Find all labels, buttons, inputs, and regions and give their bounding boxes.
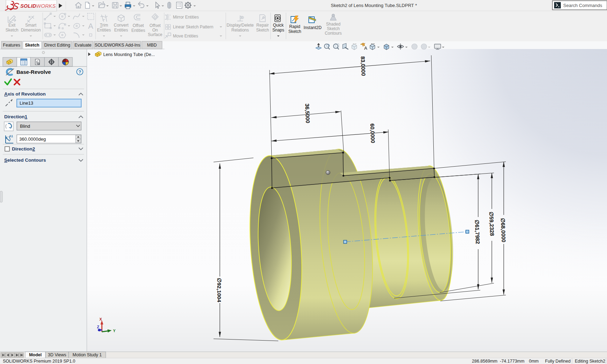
svg-text:Move Entities: Move Entities <box>173 34 198 38</box>
svg-text:Exit: Exit <box>8 23 16 28</box>
svg-text:Axis of Revolution: Axis of Revolution <box>4 91 46 97</box>
svg-text:Contours: Contours <box>325 31 342 36</box>
svg-text:Convert: Convert <box>114 23 129 28</box>
svg-text:-74.1773mm: -74.1773mm <box>500 359 524 364</box>
svg-text:SOLIDWORKS: SOLIDWORKS <box>20 3 56 9</box>
svg-text:MBD: MBD <box>147 43 157 48</box>
svg-text:Dimension: Dimension <box>21 28 41 33</box>
svg-text:Shaded: Shaded <box>326 22 340 27</box>
svg-text:Snaps: Snaps <box>272 28 284 33</box>
svg-text:Editing Sketch2: Editing Sketch2 <box>575 359 605 364</box>
svg-text:Sketch: Sketch <box>6 28 19 33</box>
svg-text:Trim: Trim <box>100 23 108 28</box>
svg-text:Linear Sketch Pattern: Linear Sketch Pattern <box>173 24 213 29</box>
svg-text:Entities: Entities <box>131 28 145 33</box>
svg-text:Instant2D: Instant2D <box>304 25 322 30</box>
svg-text:A: A <box>88 22 93 30</box>
svg-text:SOLIDWORKS Add-Ins: SOLIDWORKS Add-Ins <box>95 43 140 48</box>
svg-text:Search Commands: Search Commands <box>563 3 602 8</box>
svg-text:Offset: Offset <box>149 23 161 28</box>
svg-text:Offset: Offset <box>133 23 144 28</box>
svg-text:0mm: 0mm <box>529 359 539 364</box>
svg-text:Mirror Entities: Mirror Entities <box>173 15 199 20</box>
svg-text:83,0000: 83,0000 <box>360 56 367 76</box>
svg-text:Features: Features <box>3 43 20 48</box>
svg-text:Surface: Surface <box>148 32 162 37</box>
svg-text:Sketch: Sketch <box>256 28 269 33</box>
svg-text:Sketch: Sketch <box>327 26 340 31</box>
svg-text:Y: Y <box>113 329 116 333</box>
svg-text:Repair: Repair <box>256 23 268 28</box>
svg-text:?: ? <box>78 70 81 75</box>
svg-text:On: On <box>152 28 158 33</box>
svg-text:360.0000deg: 360.0000deg <box>19 136 46 142</box>
svg-text:∅92,1004: ∅92,1004 <box>216 278 222 302</box>
svg-text:Motion Study 1: Motion Study 1 <box>72 352 102 357</box>
svg-text:Relations: Relations <box>231 28 249 33</box>
svg-text:Evaluate: Evaluate <box>75 43 92 48</box>
svg-text:Sketch2 of Lens Mounting Tube.: Sketch2 of Lens Mounting Tube.SLDPRT * <box>331 3 417 8</box>
svg-text:Base-Revolve: Base-Revolve <box>16 69 51 75</box>
svg-text:Entities: Entities <box>97 28 111 33</box>
svg-text:Line13: Line13 <box>20 100 33 106</box>
svg-text:Direction2: Direction2 <box>12 146 35 152</box>
svg-text:Fully Defined: Fully Defined <box>545 359 571 364</box>
svg-text:Rapid: Rapid <box>289 24 300 29</box>
svg-text:X: X <box>99 317 102 321</box>
svg-text:Direction1: Direction1 <box>4 114 28 119</box>
svg-text:Selected Contours: Selected Contours <box>4 158 46 163</box>
svg-text:SOLIDWORKS Premium 2019 SP1.0: SOLIDWORKS Premium 2019 SP1.0 <box>3 359 75 364</box>
svg-text:Lens Mounting Tube (De...: Lens Mounting Tube (De... <box>103 52 155 57</box>
svg-text:286.8569mm: 286.8569mm <box>472 359 497 364</box>
svg-text:A1: A1 <box>9 134 13 138</box>
svg-text:Direct Editing: Direct Editing <box>44 43 70 48</box>
svg-text:∅61,7982: ∅61,7982 <box>474 220 481 244</box>
svg-text:Model: Model <box>29 352 42 357</box>
svg-text:Display/Delete: Display/Delete <box>226 23 254 28</box>
svg-text:∅68,0000: ∅68,0000 <box>500 218 507 243</box>
svg-text:Smart: Smart <box>25 23 37 28</box>
svg-text:Entities: Entities <box>114 28 128 33</box>
svg-text:Blind: Blind <box>20 124 30 129</box>
svg-text:Sketch: Sketch <box>288 29 301 34</box>
svg-text:60,0000: 60,0000 <box>369 124 376 144</box>
svg-text:3D Views: 3D Views <box>48 352 67 357</box>
svg-text:A: A <box>364 46 368 51</box>
svg-text:Quick: Quick <box>273 23 284 28</box>
svg-text:∅59,2328: ∅59,2328 <box>488 212 495 236</box>
svg-text:Sketch: Sketch <box>25 43 40 48</box>
svg-text:36,5000: 36,5000 <box>304 104 311 124</box>
svg-text:Z: Z <box>97 325 99 329</box>
